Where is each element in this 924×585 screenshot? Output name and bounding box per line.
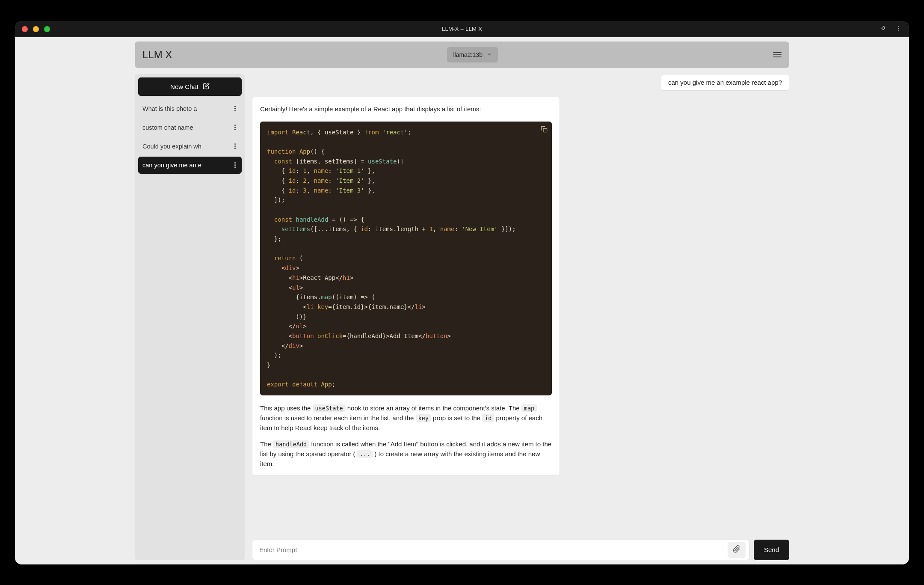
svg-point-1 — [898, 27, 899, 28]
more-vertical-icon[interactable] — [233, 106, 237, 111]
svg-rect-3 — [543, 128, 547, 132]
copy-icon[interactable] — [541, 126, 548, 136]
app-title: LLM X — [142, 49, 172, 61]
assistant-message: Certainly! Here's a simple example of a … — [252, 97, 560, 476]
maximize-window-button[interactable] — [44, 26, 50, 32]
attach-button[interactable] — [728, 542, 746, 558]
menu-icon[interactable] — [773, 51, 782, 59]
model-name: llama2:13b — [453, 51, 483, 58]
code-block: import React, { useState } from 'react';… — [260, 122, 552, 395]
app-body: LLM X llama2:13b New Chat — [15, 37, 909, 564]
model-selector[interactable]: llama2:13b — [447, 47, 498, 62]
chat-item-label: Could you explain wh — [142, 143, 201, 150]
chat-item-2[interactable]: Could you explain wh — [138, 138, 242, 155]
chat-item-label: custom chat name — [142, 124, 193, 131]
paperclip-icon — [733, 545, 740, 554]
send-button[interactable]: Send — [754, 540, 789, 560]
more-vertical-icon[interactable] — [233, 162, 237, 168]
assistant-intro: Certainly! Here's a simple example of a … — [260, 104, 552, 114]
content-area: can you give me an example react app? Ce… — [252, 74, 789, 560]
new-chat-label: New Chat — [170, 83, 198, 90]
kebab-icon[interactable] — [895, 25, 902, 33]
extension-icon[interactable] — [880, 25, 887, 33]
new-chat-button[interactable]: New Chat — [138, 77, 242, 96]
chat-item-3[interactable]: can you give me an e — [138, 157, 242, 174]
traffic-lights — [22, 26, 50, 32]
titlebar: LLM-X – LLM X — [15, 21, 909, 37]
explanation-2: The handleAdd function is called when th… — [260, 439, 552, 469]
messages: can you give me an example react app? Ce… — [252, 74, 789, 534]
prompt-input-wrap — [252, 540, 749, 560]
prompt-input[interactable] — [259, 540, 726, 559]
more-vertical-icon[interactable] — [233, 143, 237, 149]
chevron-down-icon — [487, 51, 492, 58]
chat-item-0[interactable]: What is this photo a — [138, 100, 242, 117]
window-title: LLM-X – LLM X — [442, 26, 482, 32]
svg-point-2 — [898, 30, 899, 30]
code-content: import React, { useState } from 'react';… — [267, 128, 545, 389]
chat-item-1[interactable]: custom chat name — [138, 119, 242, 136]
composer: Send — [252, 540, 789, 560]
user-message: can you give me an example react app? — [661, 74, 789, 91]
svg-point-0 — [898, 26, 899, 27]
chat-item-label: What is this photo a — [142, 105, 197, 112]
minimize-window-button[interactable] — [33, 26, 39, 32]
more-vertical-icon[interactable] — [233, 125, 237, 130]
close-window-button[interactable] — [22, 26, 28, 32]
edit-icon — [203, 83, 210, 91]
app-window: LLM-X – LLM X LLM X llama2:13b — [15, 21, 909, 564]
chat-item-label: can you give me an e — [142, 162, 201, 169]
explanation-1: This app uses the useState hook to store… — [260, 403, 552, 433]
sidebar: New Chat What is this photo a custom cha… — [135, 74, 245, 560]
header-bar: LLM X llama2:13b — [135, 42, 789, 68]
